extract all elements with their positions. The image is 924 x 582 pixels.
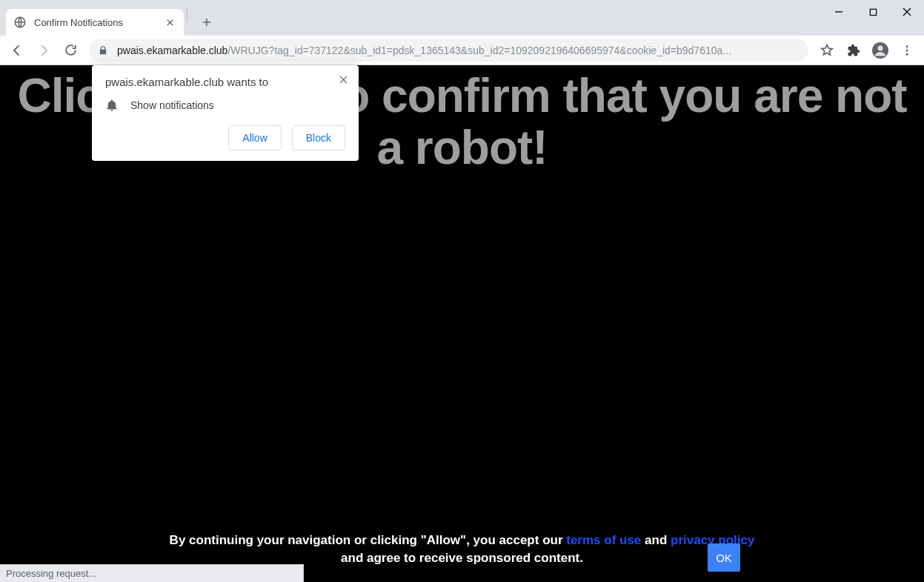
svg-point-3 — [878, 45, 883, 50]
new-tab-button[interactable] — [196, 12, 217, 33]
window-minimize-button[interactable] — [822, 0, 856, 24]
browser-title-bar: Confirm Notifications — [0, 0, 924, 36]
address-bar[interactable]: pwais.ekamarkable.club/WRUJG?tag_id=7371… — [89, 39, 808, 62]
tab-title: Confirm Notifications — [34, 17, 163, 28]
bookmark-star-icon[interactable] — [814, 38, 840, 63]
browser-status-bar: Processing request... — [0, 564, 304, 582]
back-button[interactable] — [4, 38, 30, 63]
svg-point-5 — [906, 49, 908, 51]
url-host: pwais.ekamarkable.club — [117, 44, 227, 56]
reload-button[interactable] — [58, 38, 83, 63]
window-controls — [822, 0, 924, 24]
extensions-icon[interactable] — [841, 38, 866, 63]
svg-point-4 — [906, 45, 908, 47]
lock-icon — [98, 45, 110, 56]
forward-button[interactable] — [31, 38, 56, 63]
allow-button[interactable]: Allow — [228, 125, 281, 151]
notification-permission-popup: pwais.ekamarkable.club wants to Show not… — [92, 65, 359, 161]
url-path: /WRUJG?tag_id=737122&sub_id1=pdsk_136514… — [227, 44, 731, 56]
svg-point-6 — [906, 53, 908, 55]
browser-toolbar: pwais.ekamarkable.club/WRUJG?tag_id=7371… — [0, 36, 924, 65]
consent-footer: By continuing your navigation or clickin… — [0, 533, 924, 569]
tab-separator — [187, 7, 187, 22]
window-maximize-button[interactable] — [856, 0, 890, 24]
footer-text-2: and agree to receive sponsored content. — [0, 551, 924, 566]
terms-link[interactable]: terms of use — [566, 533, 641, 547]
window-close-button[interactable] — [890, 0, 924, 24]
popup-item-label: Show notifications — [130, 99, 214, 111]
globe-icon — [13, 16, 27, 29]
footer-text-and: and — [641, 533, 671, 547]
popup-close-icon[interactable] — [335, 71, 351, 87]
bell-icon — [105, 99, 120, 112]
popup-header: pwais.ekamarkable.club wants to — [105, 76, 345, 88]
ok-button[interactable]: OK — [708, 543, 740, 572]
footer-text-1: By continuing your navigation or clickin… — [170, 533, 567, 547]
svg-rect-1 — [870, 9, 876, 15]
menu-icon[interactable] — [894, 38, 920, 63]
block-button[interactable]: Block — [292, 125, 345, 151]
browser-tab[interactable]: Confirm Notifications — [6, 9, 184, 36]
tab-close-icon[interactable] — [163, 16, 176, 29]
profile-avatar-icon[interactable] — [868, 38, 893, 63]
